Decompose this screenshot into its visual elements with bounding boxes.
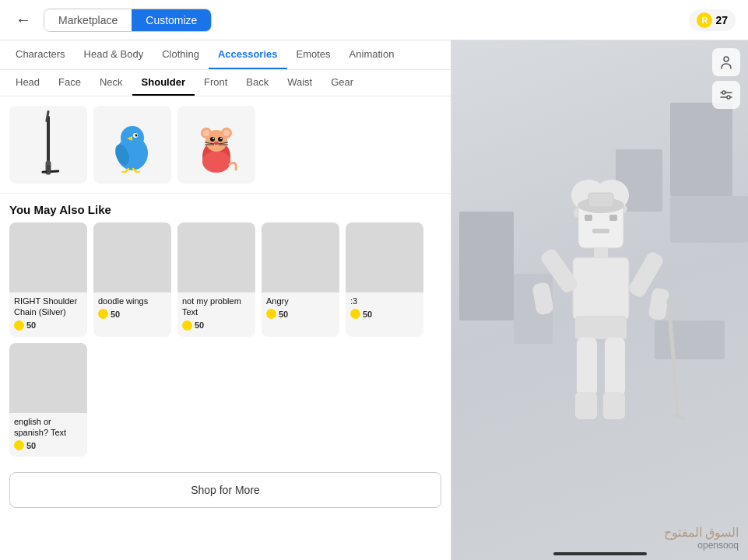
rec-card-price-1: 50 [14,320,83,331]
recommendations-grid: RIGHT Shoulder Chain (Silver) 50 doodle … [0,222,451,466]
svg-point-21 [223,130,230,136]
nav-head-body[interactable]: Head & Body [75,40,153,69]
rec-card-not-my-problem[interactable]: not my problem Text 50 [177,222,255,337]
nav-characters[interactable]: Characters [6,40,75,69]
rec-card-price-6: 50 [14,440,83,450]
nav-animation[interactable]: Animation [340,40,404,69]
svg-rect-36 [609,215,617,221]
svg-point-24 [212,138,214,139]
subnav-head[interactable]: Head [6,70,49,96]
right-panel: السوق المفتوح opensooq [451,40,748,560]
watermark-arabic: السوق المفتوح [664,525,739,540]
svg-rect-46 [575,316,627,339]
customize-tab[interactable]: Customize [132,9,211,31]
price-icon-6 [14,440,24,450]
rec-card-img-1 [9,222,87,292]
svg-rect-45 [648,287,670,320]
svg-line-51 [669,300,678,417]
category-nav: Characters Head & Body Clothing Accessor… [0,40,451,70]
back-button[interactable]: ← [12,8,34,32]
price-value-3: 50 [195,320,204,330]
subnav-front[interactable]: Front [195,70,237,96]
filter-icon-area [712,48,740,109]
top-bar: ← Marketplace Customize R 27 [0,0,748,40]
rec-card-img-3 [177,222,255,292]
rec-card-info-5: :3 50 [346,292,423,325]
watermark: السوق المفتوح opensooq [664,525,739,551]
svg-point-57 [727,96,730,99]
top-bar-left: ← Marketplace Customize [12,8,212,32]
svg-point-19 [203,130,209,136]
rec-card-name-6: english or spanish? Text [14,416,83,439]
equipped-item-bird[interactable] [93,106,171,184]
watermark-text: opensooq [664,540,739,551]
subnav-back[interactable]: Back [237,70,278,96]
equipped-item-sword[interactable] [9,106,87,184]
mouse-icon [189,114,244,176]
nav-clothing[interactable]: Clothing [153,40,209,69]
figure-icon [718,54,734,70]
rec-card-name-3: not my problem Text [182,296,251,318]
svg-rect-37 [592,229,609,233]
rec-card-price-4: 50 [266,309,335,319]
nav-accessories[interactable]: Accessories [209,40,287,69]
svg-point-22 [210,137,215,142]
svg-line-52 [674,415,684,418]
svg-line-3 [43,112,52,121]
equipped-section [0,96,451,194]
equipped-item-mouse[interactable] [177,106,255,184]
subnav-face[interactable]: Face [49,70,90,96]
price-icon-5 [350,309,360,319]
price-value-4: 50 [279,310,288,319]
shop-more-button[interactable]: Shop for More [9,472,441,508]
rec-card-info-3: not my problem Text 50 [177,292,255,337]
subnav-waist[interactable]: Waist [278,70,321,96]
figure-icon-button[interactable] [712,48,740,76]
rec-card-name-5: :3 [350,296,419,306]
nav-emotes[interactable]: Emotes [287,40,340,69]
coin-icon: R [697,12,712,28]
rec-card-price-2: 50 [98,309,167,319]
rec-card-english-spanish[interactable]: english or spanish? Text 50 [9,343,87,457]
tab-switcher: Marketplace Customize [44,9,212,32]
rec-card-colon3[interactable]: :3 50 [346,222,423,337]
svg-rect-4 [47,165,51,173]
rec-card-angry[interactable]: Angry 50 [262,222,339,337]
svg-rect-40 [594,247,608,258]
home-indicator [553,552,647,555]
subnav-shoulder[interactable]: Shoulder [132,70,195,96]
top-bar-right: R 27 [689,9,736,31]
svg-point-16 [202,151,230,173]
price-icon-2 [98,309,108,319]
rec-card-price-3: 50 [182,320,251,331]
price-icon-4 [266,309,276,319]
price-icon-3 [182,320,192,331]
svg-rect-41 [573,257,629,320]
rec-card-price-5: 50 [350,309,419,319]
svg-rect-50 [603,392,625,419]
bluebird-icon [105,116,160,174]
character-svg [491,106,709,495]
rec-card-info-2: doodle wings 50 [93,292,171,325]
character-viewport [451,40,748,560]
left-panel: Characters Head & Body Clothing Accessor… [0,40,451,560]
rec-card-img-5 [346,222,423,292]
settings-icon-button[interactable] [712,81,740,109]
rec-card-doodle-wings[interactable]: doodle wings 50 [93,222,171,337]
subnav-neck[interactable]: Neck [90,70,132,96]
rec-card-img-6 [9,343,87,413]
svg-rect-35 [585,215,592,221]
rec-card-info-1: RIGHT Shoulder Chain (Silver) 50 [9,292,87,337]
svg-point-56 [722,91,725,94]
rec-card-name-1: RIGHT Shoulder Chain (Silver) [14,296,83,318]
subnav-gear[interactable]: Gear [321,70,363,96]
svg-point-26 [214,142,219,145]
svg-point-25 [220,138,222,139]
rec-card-img-4 [262,222,339,292]
rec-card-right-shoulder[interactable]: RIGHT Shoulder Chain (Silver) 50 [9,222,87,337]
svg-point-53 [724,57,729,61]
section-title: You May Also Like [0,194,451,222]
character-figure [491,106,709,495]
marketplace-tab[interactable]: Marketplace [44,9,132,31]
coin-count: 27 [715,14,728,26]
